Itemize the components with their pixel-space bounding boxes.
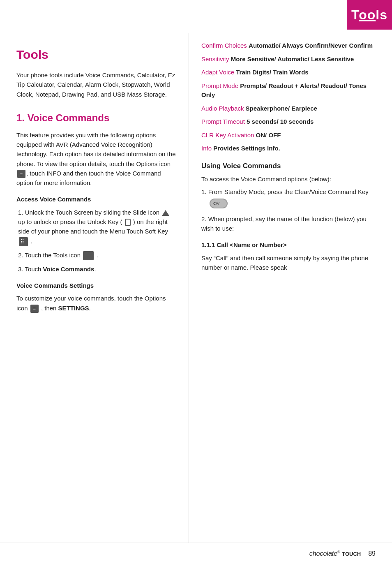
setting-label-4: Audio Playback — [201, 105, 244, 112]
setting-audio-playback: Audio Playback Speakerphone/ Earpiece — [201, 104, 380, 113]
setting-label-2: Adapt Voice — [201, 69, 234, 76]
access-steps: 1. Unlock the Touch Screen by sliding th… — [16, 208, 176, 274]
setting-clr-key: CLR Key Activation ON/ OFF — [201, 131, 380, 140]
header-title: Tools — [351, 5, 387, 25]
using-voice-title: Using Voice Commands — [201, 161, 380, 171]
settings-bold: SETTINGS — [58, 305, 89, 312]
left-column: Tools Your phone tools include Voice Com… — [0, 33, 189, 543]
voice-command-key-icon — [210, 199, 228, 208]
footer: chocolate® TOUCH 89 — [0, 543, 392, 564]
setting-confirm-choices: Confirm Choices Automatic/ Always Confir… — [201, 41, 380, 51]
setting-label-7: Info — [201, 145, 212, 152]
setting-info: Info Provides Settings Info. — [201, 144, 380, 153]
step-3: 3. Touch Voice Commands. — [16, 264, 176, 274]
slide-icon — [162, 210, 169, 216]
using-step-1: 1. From Standby Mode, press the Clear/Vo… — [201, 187, 380, 208]
setting-value-2: Train Digits/ Train Words — [236, 69, 308, 76]
call-intro: Say “Call” and then call someone simply … — [201, 253, 380, 273]
settings-end: . — [89, 305, 91, 312]
step1-text2: up to unlock or press the Unlock Key ( — [18, 218, 122, 225]
settings-intro-text1: To customize your voice commands, touch … — [16, 295, 166, 311]
setting-adapt-voice: Adapt Voice Train Digits/ Train Words — [201, 68, 380, 77]
using-step2-text: When prompted, say the name of the funct… — [201, 215, 367, 232]
setting-value-6: ON/ OFF — [256, 132, 281, 139]
using-steps: 1. From Standby Mode, press the Clear/Vo… — [201, 187, 380, 233]
options-icon-2: ≡ — [30, 305, 39, 313]
step3-text: Touch — [25, 266, 43, 273]
setting-prompt-timeout: Prompt Timeout 5 seconds/ 10 seconds — [201, 117, 380, 127]
settings-intro: To customize your voice commands, touch … — [16, 294, 176, 313]
section1-intro-text1: This feature provides you with the follo… — [16, 132, 175, 167]
top-header-bar: Tools — [347, 0, 392, 30]
intro-text: Your phone tools include Voice Commands,… — [16, 70, 176, 99]
footer-page-number: 89 — [368, 549, 376, 559]
using-intro: To access the Voice Command options (bel… — [201, 174, 380, 184]
settings-title: Voice Commands Settings — [16, 281, 176, 291]
settings-list: Confirm Choices Automatic/ Always Confir… — [201, 41, 380, 153]
setting-value-0: Automatic/ Always Confirm/Never Confirm — [249, 42, 373, 49]
right-column: Confirm Choices Automatic/ Always Confir… — [189, 33, 392, 543]
step-2: 2. Touch the Tools icon . — [16, 250, 176, 260]
setting-label-5: Prompt Timeout — [201, 118, 245, 125]
setting-value-1: More Sensitive/ Automatic/ Less Sensitiv… — [231, 55, 354, 62]
touch-text: TOUCH — [342, 551, 361, 557]
section1-intro-text2: , touch INFO and then touch the Voice Co… — [16, 170, 161, 186]
setting-value-4: Speakerphone/ Earpiece — [246, 105, 317, 112]
step3-text2: . — [94, 266, 96, 273]
using-step1-text: From Standby Mode, press the Clear/Voice… — [208, 188, 369, 195]
step1-text1: Unlock the Touch Screen by sliding the S… — [25, 209, 159, 216]
unlock-key-icon — [125, 219, 131, 226]
main-title: Tools — [16, 45, 176, 64]
settings-intro-text2: , then — [41, 305, 58, 312]
page-container: Tools Your phone tools include Voice Com… — [0, 0, 392, 543]
using-step-2: 2. When prompted, say the name of the fu… — [201, 214, 380, 233]
setting-label-3: Prompt Mode — [201, 82, 238, 89]
footer-brand: chocolate® TOUCH — [309, 549, 361, 559]
step3-bold: Voice Commands — [43, 266, 95, 273]
step-1: 1. Unlock the Touch Screen by sliding th… — [16, 208, 176, 246]
step2-text: Touch the Tools icon — [25, 252, 81, 259]
setting-label-0: Confirm Choices — [201, 42, 247, 49]
setting-sensitivity: Sensitivity More Sensitive/ Automatic/ L… — [201, 55, 380, 64]
step1-text4: . — [30, 238, 32, 245]
menu-soft-key-icon — [19, 237, 28, 246]
setting-value-7: Provides Settings Info. — [213, 145, 280, 152]
access-title: Access Voice Commands — [16, 195, 176, 204]
call-section-title: 1.1.1 Call <Name or Number> — [201, 240, 380, 250]
setting-value-5: 5 seconds/ 10 seconds — [247, 118, 314, 125]
section1-title: 1. Voice Commands — [16, 111, 176, 125]
setting-label-6: CLR Key Activation — [201, 132, 254, 139]
options-icon-1: ≡ — [17, 170, 25, 178]
tools-icon — [83, 251, 94, 260]
using-step1-num: 1. — [201, 188, 208, 195]
setting-prompt-mode: Prompt Mode Prompts/ Readout + Alerts/ R… — [201, 81, 380, 100]
section1-intro: This feature provides you with the follo… — [16, 130, 176, 188]
brand-text: chocolate® TOUCH — [309, 550, 361, 557]
setting-label-1: Sensitivity — [201, 55, 229, 62]
using-step2-num: 2. — [201, 215, 208, 222]
